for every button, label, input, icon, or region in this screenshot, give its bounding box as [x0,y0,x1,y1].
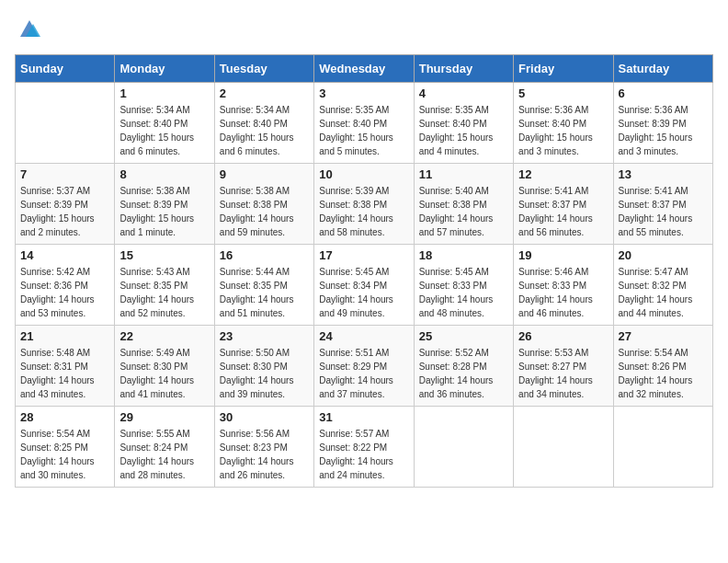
day-number: 16 [220,248,309,262]
calendar-cell: 21Sunrise: 5:48 AMSunset: 8:31 PMDayligh… [16,326,115,407]
calendar-cell: 27Sunrise: 5:54 AMSunset: 8:26 PMDayligh… [613,326,712,407]
calendar-cell [414,407,513,488]
calendar-cell: 10Sunrise: 5:39 AMSunset: 8:38 PMDayligh… [314,164,414,245]
day-info: Sunrise: 5:42 AMSunset: 8:36 PMDaylight:… [20,265,109,320]
day-info: Sunrise: 5:34 AMSunset: 8:40 PMDaylight:… [119,103,209,158]
day-info: Sunrise: 5:54 AMSunset: 8:26 PMDaylight:… [619,346,708,401]
day-number: 17 [319,248,408,262]
day-info: Sunrise: 5:51 AMSunset: 8:29 PMDaylight:… [319,346,408,401]
day-info: Sunrise: 5:48 AMSunset: 8:31 PMDaylight:… [20,346,109,401]
day-number: 23 [220,329,309,343]
day-number: 18 [419,248,508,262]
weekday-header-wednesday: Wednesday [314,55,414,83]
day-number: 6 [619,86,708,100]
day-number: 14 [20,248,109,262]
day-number: 8 [119,167,209,181]
day-info: Sunrise: 5:37 AMSunset: 8:39 PMDaylight:… [20,184,109,239]
calendar-cell: 11Sunrise: 5:40 AMSunset: 8:38 PMDayligh… [414,164,513,245]
day-info: Sunrise: 5:38 AMSunset: 8:38 PMDaylight:… [220,184,309,239]
day-number: 21 [20,329,109,343]
calendar-cell: 14Sunrise: 5:42 AMSunset: 8:36 PMDayligh… [16,245,115,326]
day-number: 12 [518,167,608,181]
calendar-cell: 3Sunrise: 5:35 AMSunset: 8:40 PMDaylight… [314,83,414,164]
day-number: 13 [619,167,708,181]
day-number: 29 [119,410,209,424]
calendar-cell: 25Sunrise: 5:52 AMSunset: 8:28 PMDayligh… [414,326,513,407]
day-number: 4 [419,86,508,100]
calendar-cell: 9Sunrise: 5:38 AMSunset: 8:38 PMDaylight… [214,164,313,245]
calendar-cell: 26Sunrise: 5:53 AMSunset: 8:27 PMDayligh… [514,326,613,407]
calendar-cell: 5Sunrise: 5:36 AMSunset: 8:40 PMDaylight… [514,83,613,164]
calendar-cell: 1Sunrise: 5:34 AMSunset: 8:40 PMDaylight… [115,83,214,164]
calendar-cell: 15Sunrise: 5:43 AMSunset: 8:35 PMDayligh… [115,245,214,326]
day-number: 22 [119,329,209,343]
calendar-cell: 20Sunrise: 5:47 AMSunset: 8:32 PMDayligh… [613,245,712,326]
day-number: 10 [319,167,408,181]
day-number: 20 [619,248,708,262]
day-info: Sunrise: 5:35 AMSunset: 8:40 PMDaylight:… [419,103,508,158]
day-info: Sunrise: 5:41 AMSunset: 8:37 PMDaylight:… [518,184,608,239]
day-info: Sunrise: 5:39 AMSunset: 8:38 PMDaylight:… [319,184,408,239]
day-number: 28 [20,410,109,424]
day-info: Sunrise: 5:34 AMSunset: 8:40 PMDaylight:… [220,103,309,158]
day-number: 25 [419,329,508,343]
day-number: 3 [319,86,408,100]
day-info: Sunrise: 5:53 AMSunset: 8:27 PMDaylight:… [518,346,608,401]
calendar-cell: 18Sunrise: 5:45 AMSunset: 8:33 PMDayligh… [414,245,513,326]
weekday-header-saturday: Saturday [613,55,712,83]
calendar-cell: 7Sunrise: 5:37 AMSunset: 8:39 PMDaylight… [16,164,115,245]
day-number: 31 [319,410,408,424]
weekday-header-friday: Friday [514,55,613,83]
day-number: 5 [518,86,608,100]
calendar-cell: 17Sunrise: 5:45 AMSunset: 8:34 PMDayligh… [314,245,414,326]
weekday-header-tuesday: Tuesday [214,55,313,83]
day-number: 26 [518,329,608,343]
day-info: Sunrise: 5:36 AMSunset: 8:39 PMDaylight:… [619,103,708,158]
calendar-cell: 30Sunrise: 5:56 AMSunset: 8:23 PMDayligh… [214,407,313,488]
day-number: 2 [220,86,309,100]
calendar-table: SundayMondayTuesdayWednesdayThursdayFrid… [15,54,713,488]
calendar-cell: 29Sunrise: 5:55 AMSunset: 8:24 PMDayligh… [115,407,214,488]
calendar-cell: 19Sunrise: 5:46 AMSunset: 8:33 PMDayligh… [514,245,613,326]
day-info: Sunrise: 5:44 AMSunset: 8:35 PMDaylight:… [220,265,309,320]
day-info: Sunrise: 5:43 AMSunset: 8:35 PMDaylight:… [119,265,209,320]
calendar-cell: 28Sunrise: 5:54 AMSunset: 8:25 PMDayligh… [16,407,115,488]
calendar-cell: 13Sunrise: 5:41 AMSunset: 8:37 PMDayligh… [613,164,712,245]
day-info: Sunrise: 5:46 AMSunset: 8:33 PMDaylight:… [518,265,608,320]
day-info: Sunrise: 5:57 AMSunset: 8:22 PMDaylight:… [319,427,408,482]
day-number: 30 [220,410,309,424]
day-info: Sunrise: 5:56 AMSunset: 8:23 PMDaylight:… [220,427,309,482]
day-number: 24 [319,329,408,343]
logo [15,15,42,45]
calendar-cell: 12Sunrise: 5:41 AMSunset: 8:37 PMDayligh… [514,164,613,245]
weekday-header-thursday: Thursday [414,55,513,83]
day-info: Sunrise: 5:47 AMSunset: 8:32 PMDaylight:… [619,265,708,320]
day-number: 15 [119,248,209,262]
day-number: 27 [619,329,708,343]
day-info: Sunrise: 5:38 AMSunset: 8:39 PMDaylight:… [119,184,209,239]
day-info: Sunrise: 5:54 AMSunset: 8:25 PMDaylight:… [20,427,109,482]
day-number: 11 [419,167,508,181]
day-info: Sunrise: 5:45 AMSunset: 8:33 PMDaylight:… [419,265,508,320]
weekday-header-monday: Monday [115,55,214,83]
calendar-cell [16,83,115,164]
calendar-cell [514,407,613,488]
day-number: 19 [518,248,608,262]
day-info: Sunrise: 5:52 AMSunset: 8:28 PMDaylight:… [419,346,508,401]
day-info: Sunrise: 5:40 AMSunset: 8:38 PMDaylight:… [419,184,508,239]
calendar-cell: 24Sunrise: 5:51 AMSunset: 8:29 PMDayligh… [314,326,414,407]
day-info: Sunrise: 5:45 AMSunset: 8:34 PMDaylight:… [319,265,408,320]
page-header [15,15,713,45]
day-number: 1 [119,86,209,100]
day-info: Sunrise: 5:35 AMSunset: 8:40 PMDaylight:… [319,103,408,158]
logo-icon [17,15,42,40]
weekday-header-sunday: Sunday [16,55,115,83]
day-info: Sunrise: 5:55 AMSunset: 8:24 PMDaylight:… [119,427,209,482]
calendar-cell: 4Sunrise: 5:35 AMSunset: 8:40 PMDaylight… [414,83,513,164]
calendar-cell: 2Sunrise: 5:34 AMSunset: 8:40 PMDaylight… [214,83,313,164]
day-info: Sunrise: 5:41 AMSunset: 8:37 PMDaylight:… [619,184,708,239]
calendar-cell: 8Sunrise: 5:38 AMSunset: 8:39 PMDaylight… [115,164,214,245]
day-info: Sunrise: 5:36 AMSunset: 8:40 PMDaylight:… [518,103,608,158]
day-info: Sunrise: 5:49 AMSunset: 8:30 PMDaylight:… [119,346,209,401]
calendar-cell: 16Sunrise: 5:44 AMSunset: 8:35 PMDayligh… [214,245,313,326]
